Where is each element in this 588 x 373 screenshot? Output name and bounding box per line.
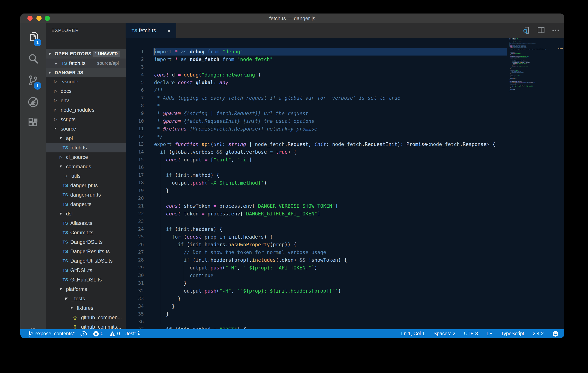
status-warning[interactable]: 0	[109, 331, 120, 337]
line-number: 15	[126, 156, 144, 164]
tree-file-Aliasests[interactable]: TSAliases.ts	[46, 218, 126, 228]
file-name: DangerDSL.ts	[70, 237, 103, 247]
line-number: 16	[126, 164, 144, 171]
folder-name: docs	[61, 86, 72, 96]
tree-file-danger-runts[interactable]: TSdanger-run.ts	[46, 190, 126, 200]
line-number: 32	[126, 287, 144, 295]
tree-folder-scripts[interactable]: ▷scripts	[46, 115, 126, 124]
typescript-file-icon: TS	[62, 59, 67, 68]
status-ln-1-col-1[interactable]: Ln 1, Col 1	[401, 331, 425, 337]
tree-folder-fixtures[interactable]: fixtures	[46, 303, 126, 313]
overview-ruler-decoration	[558, 48, 564, 49]
indent-guide	[178, 231, 178, 293]
line-number: 25	[126, 233, 144, 241]
tree-file-GitDSLts[interactable]: TSGitDSL.ts	[46, 266, 126, 275]
tree-folder-api[interactable]: api	[46, 134, 126, 143]
status-error[interactable]: 0	[93, 331, 104, 337]
status-git-branch[interactable]: expose_contents*	[28, 331, 74, 337]
activity-source-control-button[interactable]: 1	[20, 71, 46, 90]
tree-folder-source[interactable]: source	[46, 124, 126, 134]
open-editor-item-fetch-ts[interactable]: ● TS fetch.ts source/api	[46, 59, 126, 68]
status-utf-8[interactable]: UTF-8	[464, 331, 478, 337]
code-line-20	[153, 194, 507, 202]
tree-file-DangerDSLts[interactable]: TSDangerDSL.ts	[46, 237, 126, 247]
tree-folder-env[interactable]: ▷env	[46, 96, 126, 105]
file-name: github_commits...	[81, 322, 121, 329]
tree-folder-_tests[interactable]: _tests	[46, 294, 126, 303]
tree-folder-commands[interactable]: commands	[46, 162, 126, 171]
activity-files-button[interactable]: 1	[20, 27, 46, 47]
tab-fetch-ts[interactable]: TS fetch.ts ●	[126, 23, 176, 38]
folder-name: fixtures	[77, 303, 93, 313]
project-section-header[interactable]: DANGER-JS	[46, 68, 126, 77]
code-line-10: * @param {fetch.RequestInit} [init] the …	[153, 117, 507, 125]
typescript-file-icon: TS	[63, 237, 68, 247]
minimap[interactable]: import * as debug from "debug"import * a…	[509, 38, 558, 102]
chevron-expanded-icon	[60, 213, 62, 215]
tree-folder-dsl[interactable]: dsl	[46, 209, 126, 218]
line-number: 18	[126, 179, 144, 187]
activity-extensions-button[interactable]	[20, 113, 46, 133]
activity-badge: 1	[34, 39, 41, 46]
editor-actions	[522, 23, 560, 38]
tree-folder-platforms[interactable]: platforms	[46, 285, 126, 294]
tree-folder-ci_source[interactable]: ▷ci_source	[46, 152, 126, 162]
status-jest-status[interactable]: Jest: ⠧	[125, 331, 141, 337]
tree-file-danger-prts[interactable]: TSdanger-pr.ts	[46, 181, 126, 190]
open-preview-button[interactable]	[522, 26, 531, 35]
tree-folder-vscode[interactable]: ▷.vscode	[46, 77, 126, 86]
tree-file-Committs[interactable]: TSCommit.ts	[46, 228, 126, 237]
tree-folder-utils[interactable]: ▷utils	[46, 171, 126, 181]
split-editor-button[interactable]	[537, 26, 545, 35]
tree-file-github_commits[interactable]: {}github_commits...	[46, 322, 126, 329]
code-line-15: const output = ["curl", "-i"]	[153, 156, 507, 164]
more-actions-button[interactable]	[551, 26, 560, 35]
tab-bar: TS fetch.ts ●	[126, 23, 564, 38]
activity-debug-disabled-button[interactable]	[20, 92, 46, 112]
code-line-14: if (global.verbose && global.verbose ≡ t…	[153, 148, 507, 156]
status-spaces-2[interactable]: Spaces: 2	[433, 331, 455, 337]
line-number: 19	[126, 187, 144, 194]
line-number: 1	[126, 48, 144, 55]
text-cursor	[154, 48, 155, 55]
code-line-12: */	[153, 133, 507, 140]
status-label: 2.4.2	[533, 331, 544, 337]
line-number: 30	[126, 272, 144, 279]
status-label: Jest: ⠧	[125, 331, 141, 337]
code-line-23	[153, 218, 507, 225]
feedback-smiley-button[interactable]	[552, 330, 559, 337]
typescript-file-icon: TS	[63, 275, 68, 285]
status-2-4-2[interactable]: 2.4.2	[533, 331, 544, 337]
chevron-expanded-icon	[55, 128, 57, 130]
line-number: 14	[126, 148, 144, 156]
project-label: DANGER-JS	[55, 68, 83, 77]
folder-name: source	[61, 124, 76, 134]
folder-name: node_modules	[61, 105, 94, 115]
tree-file-DangerUtilsDSLts[interactable]: TSDangerUtilsDSL.ts	[46, 256, 126, 266]
line-number: 7	[126, 94, 144, 102]
tree-file-GitHubDSLts[interactable]: TSGitHubDSL.ts	[46, 275, 126, 285]
editor-group: TS fetch.ts ● 12345678910111213141516171…	[126, 23, 564, 329]
tree-file-dangerts[interactable]: TSdanger.ts	[46, 200, 126, 209]
tree-folder-docs[interactable]: ▷docs	[46, 86, 126, 96]
tree-file-github_commen[interactable]: {}github_commen...	[46, 313, 126, 322]
folder-name: utils	[71, 171, 81, 181]
status-cloud-upload[interactable]	[80, 330, 87, 337]
tree-file-DangerResultsts[interactable]: TSDangerResults.ts	[46, 247, 126, 256]
tree-file-fetchts[interactable]: TSfetch.ts	[46, 143, 126, 152]
status-lf[interactable]: LF	[486, 331, 492, 337]
tree-folder-node_modules[interactable]: ▷node_modules	[46, 105, 126, 115]
open-editors-header[interactable]: OPEN EDITORS 1 UNSAVED	[46, 49, 126, 59]
code-line-17: if (init.method) {	[153, 171, 507, 179]
line-number: 8	[126, 102, 144, 109]
chevron-expanded-icon	[60, 165, 62, 168]
status-label: LF	[486, 331, 492, 337]
folder-name: env	[61, 96, 69, 105]
code-line-35: }	[153, 310, 507, 318]
line-number: 34	[126, 302, 144, 310]
code-line-24: if (init.headers) {	[153, 225, 507, 233]
code-editor[interactable]: 1234567891011121314151617181920212223242…	[126, 38, 564, 329]
folder-name: .vscode	[61, 77, 78, 86]
activity-search-button[interactable]	[20, 49, 46, 69]
status-typescript[interactable]: TypeScript	[501, 331, 524, 337]
